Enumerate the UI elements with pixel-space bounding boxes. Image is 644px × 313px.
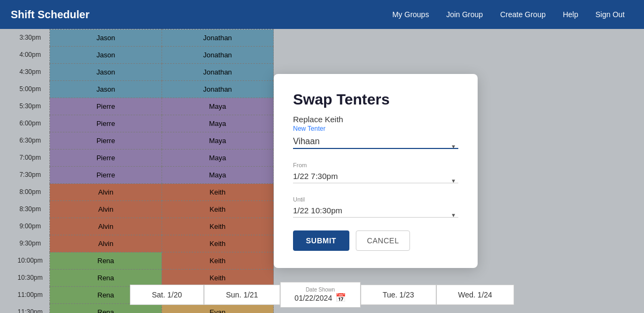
nav-my-groups[interactable]: My Groups <box>384 0 437 29</box>
nav-sign-out[interactable]: Sign Out <box>587 0 633 29</box>
swap-tenters-modal: Swap Tenters Replace Keith New Tenter Vi… <box>274 74 478 268</box>
date-nav: Sat. 1/20 Sun. 1/21 Date Shown 01/22/202… <box>0 282 644 308</box>
nav-join-group[interactable]: Join Group <box>437 0 491 29</box>
cancel-button[interactable]: CANCEL <box>356 230 411 251</box>
modal-actions: SUBMIT CANCEL <box>293 230 458 251</box>
nav-help[interactable]: Help <box>554 0 587 29</box>
prev1-date-btn[interactable]: Sat. 1/20 <box>130 285 204 305</box>
app-header: Shift Scheduler My Groups Join Group Cre… <box>0 0 644 29</box>
modal-title: Swap Tenters <box>293 91 458 108</box>
until-select-wrapper: 1/22 10:30pm <box>293 204 458 226</box>
calendar-icon[interactable]: 📅 <box>335 293 346 303</box>
current-date-display: Date Shown 01/22/2024 📅 <box>280 282 361 308</box>
tenter-select-wrapper: VihaanPierreMayaJasonJonathanAlvinRenaEv… <box>293 135 458 158</box>
until-select[interactable]: 1/22 10:30pm <box>293 204 458 218</box>
app-title: Shift Scheduler <box>11 9 384 21</box>
from-select[interactable]: 1/22 7:30pm <box>293 169 458 183</box>
modal-overlay: Swap Tenters Replace Keith New Tenter Vi… <box>0 29 644 313</box>
nav-create-group[interactable]: Create Group <box>492 0 554 29</box>
from-select-wrapper: 1/22 7:30pm <box>293 169 458 192</box>
new-tenter-label: New Tenter <box>293 125 458 132</box>
next2-date-btn[interactable]: Wed. 1/24 <box>436 285 515 305</box>
main-content: 3:30pmJasonJonathan4:00pmJasonJonathan4:… <box>0 29 644 313</box>
until-label: Until <box>293 196 458 203</box>
next1-date-btn[interactable]: Tue. 1/23 <box>361 285 436 305</box>
submit-button[interactable]: SUBMIT <box>293 230 349 251</box>
header-nav: My Groups Join Group Create Group Help S… <box>384 0 633 29</box>
modal-replace-label: Replace Keith <box>293 115 458 124</box>
current-date-text: 01/22/2024 <box>295 294 332 302</box>
date-shown-value: 01/22/2024 📅 <box>295 293 346 303</box>
date-shown-label: Date Shown <box>306 287 335 293</box>
tenter-select[interactable]: VihaanPierreMayaJasonJonathanAlvinRenaEv… <box>293 135 458 149</box>
prev2-date-btn[interactable]: Sun. 1/21 <box>204 285 280 305</box>
from-label: From <box>293 162 458 168</box>
